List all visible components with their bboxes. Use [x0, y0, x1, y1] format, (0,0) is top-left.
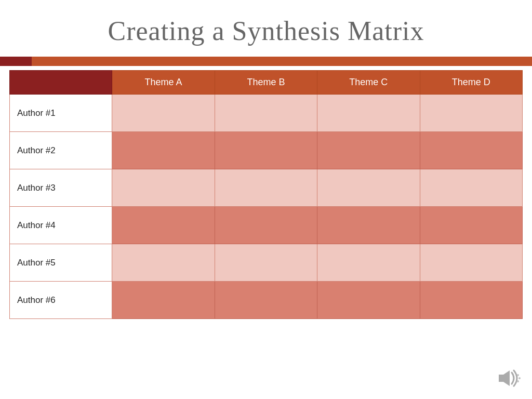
- data-cell-2-3: [317, 132, 420, 169]
- data-cell-3-1: [112, 169, 215, 207]
- header-col-theme-a: Theme A: [112, 71, 215, 95]
- header-col-theme-b: Theme B: [215, 71, 317, 95]
- table-row: Author #1: [10, 95, 523, 132]
- matrix-wrapper: Theme A Theme B Theme C Theme D Author #…: [0, 70, 532, 319]
- table-row: Author #6: [10, 282, 523, 319]
- data-cell-3-2: [215, 169, 317, 207]
- data-cell-1-2: [215, 95, 317, 132]
- title-area: Creating a Synthesis Matrix: [0, 0, 532, 57]
- data-cell-5-2: [215, 244, 317, 282]
- data-cell-2-4: [420, 132, 522, 169]
- author-label-6: Author #6: [10, 282, 112, 319]
- sound-icon-container[interactable]: [496, 367, 523, 390]
- table-row: Author #3: [10, 169, 523, 207]
- slide-container: Creating a Synthesis Matrix Theme A Them…: [0, 0, 532, 399]
- data-cell-6-2: [215, 282, 317, 319]
- matrix-body: Author #1Author #2Author #3Author #4Auth…: [10, 95, 523, 319]
- svg-point-2: [518, 377, 521, 379]
- table-row: Author #4: [10, 207, 523, 244]
- author-label-1: Author #1: [10, 95, 112, 132]
- data-cell-5-4: [420, 244, 522, 282]
- data-cell-4-1: [112, 207, 215, 244]
- data-cell-1-1: [112, 95, 215, 132]
- data-cell-4-2: [215, 207, 317, 244]
- synthesis-matrix-table: Theme A Theme B Theme C Theme D Author #…: [9, 70, 523, 319]
- data-cell-2-2: [215, 132, 317, 169]
- data-cell-6-4: [420, 282, 522, 319]
- table-row: Author #2: [10, 132, 523, 169]
- header-col-author: [10, 71, 112, 95]
- slide-title: Creating a Synthesis Matrix: [21, 16, 511, 46]
- header-col-theme-c: Theme C: [317, 71, 420, 95]
- table-header-row: Theme A Theme B Theme C Theme D: [10, 71, 523, 95]
- author-label-4: Author #4: [10, 207, 112, 244]
- data-cell-5-1: [112, 244, 215, 282]
- data-cell-2-1: [112, 132, 215, 169]
- data-cell-6-3: [317, 282, 420, 319]
- data-cell-4-4: [420, 207, 522, 244]
- author-label-5: Author #5: [10, 244, 112, 282]
- author-label-2: Author #2: [10, 132, 112, 169]
- data-cell-5-3: [317, 244, 420, 282]
- data-cell-6-1: [112, 282, 215, 319]
- table-row: Author #5: [10, 244, 523, 282]
- data-cell-4-3: [317, 207, 420, 244]
- data-cell-3-3: [317, 169, 420, 207]
- svg-point-3: [517, 380, 519, 382]
- data-cell-1-4: [420, 95, 522, 132]
- svg-point-1: [517, 374, 519, 376]
- accent-bar: [0, 57, 532, 66]
- data-cell-3-4: [420, 169, 522, 207]
- data-cell-1-3: [317, 95, 420, 132]
- author-label-3: Author #3: [10, 169, 112, 207]
- svg-marker-0: [499, 370, 510, 386]
- header-col-theme-d: Theme D: [420, 71, 522, 95]
- sound-icon: [496, 367, 522, 389]
